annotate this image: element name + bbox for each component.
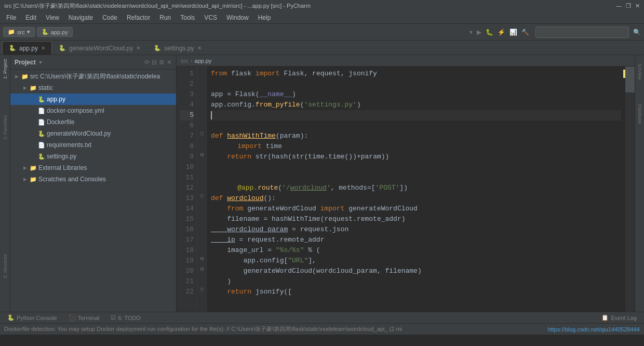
tab-generate-icon: 🐍 [59, 45, 66, 51]
tree-item-generate[interactable]: 🐍 generateWordCloud.py [10, 128, 176, 139]
event-log-tab[interactable]: 📋 Event Log [596, 313, 642, 323]
fold-9[interactable]: ⊖ [197, 152, 206, 162]
tree-label-docker-compose: docker-compose.yml [47, 107, 104, 114]
folder-scratches-icon: 📁 [29, 176, 37, 183]
database-label[interactable]: Database [636, 100, 643, 128]
tab-settings-py[interactable]: 🐍 settings.py ✕ [147, 41, 208, 55]
terminal-icon: ⬛ [69, 314, 76, 321]
left-tool-strip: 1: Project 2: Favorites 2: Structure [0, 55, 10, 312]
src-label: src [17, 29, 25, 35]
maximize-button[interactable]: ❐ [626, 3, 631, 9]
file-generate-icon: 🐍 [37, 130, 46, 137]
tab-settings-label: settings.py [164, 45, 194, 52]
debug-button[interactable]: 🐛 [486, 29, 493, 36]
fold-19[interactable]: ⊖ [197, 256, 206, 266]
editor-scrollbar[interactable] [625, 66, 635, 312]
terminal-tab[interactable]: ⬛ Terminal [63, 313, 105, 323]
tree-item-requirements[interactable]: 📄 requirements.txt [10, 139, 176, 151]
tree-item-docker-compose[interactable]: 📄 docker-compose.yml [10, 105, 176, 116]
run-config-dropdown[interactable]: ▾ [469, 29, 473, 36]
close-button[interactable]: ✕ [635, 3, 640, 9]
sidebar-item-favorites[interactable]: 2: Favorites [3, 113, 8, 142]
close-panel-icon[interactable]: ✕ [167, 59, 172, 66]
fold-22[interactable]: ▽ [197, 287, 206, 297]
menu-vcs[interactable]: VCS [200, 13, 221, 22]
tree-label-requirements: requirements.txt [47, 141, 91, 149]
scrollbar-thumb[interactable] [625, 66, 635, 92]
src-dropdown[interactable]: 📁 src ▾ [3, 27, 35, 37]
breadcrumb-apppy: app.py [194, 58, 211, 64]
sync-icon[interactable]: ⟳ [144, 59, 150, 66]
dropdown-arrow-icon: ▾ [27, 29, 30, 35]
tab-app-py[interactable]: 🐍 app.py ✕ [2, 41, 52, 55]
code-line-21: ) [211, 276, 621, 287]
code-line-3: app = Flask(__name__) [211, 89, 621, 100]
tree-item-scratches[interactable]: ▶ 📁 Scratches and Consoles [10, 174, 176, 185]
code-content[interactable]: from flask import Flask, request, jsonif… [207, 66, 625, 312]
project-dropdown-icon[interactable]: ▾ [39, 59, 42, 66]
search-icon[interactable]: 🔍 [633, 29, 641, 36]
editor-breadcrumb-bar: src › app.py [177, 55, 635, 66]
tree-label-generate: generateWordCloud.py [47, 130, 111, 137]
code-editor[interactable]: src › app.py 1 2 3 4 5 6 7 8 9 10 11 12 … [177, 55, 635, 312]
code-line-15: filename = hashWithTime(request.remote_a… [211, 214, 621, 224]
search-input[interactable] [535, 26, 629, 38]
code-line-2 [211, 79, 621, 89]
app-py-breadcrumb[interactable]: 🐍 app.py [37, 27, 73, 37]
tree-item-static[interactable]: ▶ 📁 static [10, 82, 176, 94]
tree-arrow-scratches: ▶ [21, 177, 29, 182]
tab-app-py-close[interactable]: ✕ [41, 45, 45, 51]
menu-tools[interactable]: Tools [176, 13, 199, 22]
tab-generatewordcloud-py[interactable]: 🐍 generateWordCloud.py ✕ [52, 41, 147, 55]
tree-item-src[interactable]: ▶ 📁 src C:\Users\张子豪\第四周\flask\static\no… [10, 71, 176, 82]
file-requirements-icon: 📄 [37, 142, 46, 149]
tab-settings-icon: 🐍 [154, 45, 161, 51]
run-button[interactable]: ▶ [477, 29, 481, 36]
window-controls[interactable]: — ❐ ✕ [616, 3, 640, 9]
folder-src-icon: 📁 [21, 73, 29, 80]
csdn-link[interactable]: https://blog.csdn.net/qiu1440528444 [548, 326, 640, 332]
tab-bar: 🐍 app.py ✕ 🐍 generateWordCloud.py ✕ 🐍 se… [0, 41, 644, 55]
code-line-13: def wordcloud(): [211, 193, 621, 204]
minimize-button[interactable]: — [616, 3, 622, 9]
coverage-button[interactable]: ⚡ [498, 29, 505, 36]
profile-button[interactable]: 📊 [509, 29, 517, 36]
fold-7[interactable]: ▽ [197, 131, 206, 141]
tree-item-external-libs[interactable]: ▶ 📁 External Libraries [10, 162, 176, 174]
terminal-label: Terminal [78, 315, 100, 321]
menu-refactor[interactable]: Refactor [123, 13, 154, 22]
code-line-8: import time [211, 141, 621, 152]
todo-tab[interactable]: ☑ 6: TODO [105, 313, 146, 323]
menu-edit[interactable]: Edit [21, 13, 41, 22]
menu-run[interactable]: Run [155, 13, 175, 22]
fold-13[interactable]: ▽ [197, 193, 206, 204]
sidebar-item-project[interactable]: 1: Project [3, 57, 8, 81]
python-console-tab[interactable]: 🐍 Python Console [2, 313, 62, 323]
fold-20[interactable]: ⊖ [197, 266, 206, 276]
menu-file[interactable]: File [2, 13, 20, 22]
menu-code[interactable]: Code [98, 13, 122, 22]
tab-generate-label: generateWordCloud.py [69, 45, 133, 52]
menu-bar: File Edit View Navigate Code Refactor Ru… [0, 11, 644, 24]
menu-navigate[interactable]: Navigate [64, 13, 97, 22]
file-dockerfile-icon: 📄 [37, 119, 46, 126]
status-bar: Dockerfile detection: You may setup Dock… [0, 323, 644, 335]
event-log-icon: 📋 [601, 314, 609, 321]
sciview-label[interactable]: SciView [636, 59, 643, 84]
menu-view[interactable]: View [42, 13, 63, 22]
menu-help[interactable]: Help [254, 13, 275, 22]
tab-generate-close[interactable]: ✕ [136, 45, 140, 51]
sidebar-item-structure[interactable]: 2: Structure [2, 252, 9, 281]
tree-item-settings[interactable]: 🐍 settings.py [10, 151, 176, 162]
collapse-icon[interactable]: ⊟ [152, 59, 157, 66]
event-log-label: Event Log [611, 315, 637, 321]
code-line-1: from flask import Flask, request, jsonif… [211, 69, 621, 79]
tree-item-dockerfile[interactable]: 📄 Dockerfile [10, 116, 176, 128]
code-line-6 [211, 121, 621, 131]
tree-item-app-py[interactable]: 🐍 app.py [10, 94, 176, 105]
toolbar: 📁 src ▾ 🐍 app.py ▾ ▶ 🐛 ⚡ 📊 🔨 🔍 [0, 24, 644, 41]
settings-icon[interactable]: ⚙ [159, 59, 165, 66]
tab-settings-close[interactable]: ✕ [197, 45, 202, 51]
build-button[interactable]: 🔨 [521, 29, 529, 36]
menu-window[interactable]: Window [222, 13, 253, 22]
